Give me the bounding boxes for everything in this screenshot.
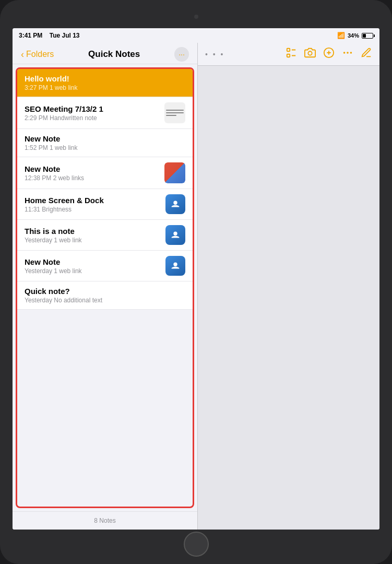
note-title-3: New Note — [25, 134, 185, 143]
note-thumbnail-4 — [164, 162, 185, 183]
wifi-icon: 📶 — [337, 32, 345, 39]
note-meta-8: Yesterday No additional text — [25, 297, 185, 304]
more-icon: ··· — [179, 50, 185, 58]
note-title-4: New Note — [25, 164, 159, 173]
note-meta-2: 2:29 PM Handwritten note — [25, 114, 159, 122]
svg-rect-5 — [287, 49, 290, 52]
notes-panel: ‹ Folders Quick Notes ··· Hello worl — [13, 43, 198, 530]
back-chevron-icon: ‹ — [21, 49, 24, 60]
back-label: Folders — [26, 50, 54, 59]
note-content-8: Quick note? Yesterday No additional text — [25, 287, 185, 304]
svg-point-1 — [173, 232, 177, 236]
thumbnail-line — [166, 110, 184, 111]
battery-percentage: 34% — [348, 32, 359, 39]
right-toolbar: • • • — [198, 43, 379, 66]
status-time: 3:41 PM — [19, 32, 42, 39]
note-meta-1: 3:27 PM 1 web link — [25, 84, 185, 91]
note-title-6: This is a note — [25, 227, 160, 236]
battery-fill — [363, 34, 366, 38]
note-content-3: New Note 1:52 PM 1 web link — [25, 134, 185, 151]
main-content: ‹ Folders Quick Notes ··· Hello worl — [13, 43, 379, 530]
note-thumbnail-2 — [164, 102, 185, 123]
status-indicators: 📶 34% — [337, 32, 373, 39]
note-item-4[interactable]: New Note 12:38 PM 2 web links — [17, 157, 193, 189]
toolbar-right — [286, 47, 372, 61]
toolbar-three-dots: • • • — [205, 50, 224, 58]
note-item-7[interactable]: New Note Yesterday 1 web link — [17, 251, 193, 281]
right-content-area — [198, 66, 379, 530]
note-title-1: Hello world! — [25, 74, 185, 83]
note-meta-5: 11:31 Brightness — [25, 206, 160, 213]
battery-icon — [362, 33, 373, 39]
note-thumbnail-5 — [165, 194, 185, 214]
notes-count: 8 Notes — [94, 517, 115, 524]
right-panel: • • • — [198, 43, 379, 530]
note-item-1[interactable]: Hello world! 3:27 PM 1 web link — [17, 69, 193, 97]
note-meta-6: Yesterday 1 web link — [25, 237, 160, 244]
ipad-screen: 3:41 PM Tue Jul 13 📶 34% — [13, 28, 379, 530]
thumbnail-lines — [166, 108, 184, 118]
notes-list: Hello world! 3:27 PM 1 web link SEO Meet… — [17, 69, 193, 507]
note-content-2: SEO Meeting 7/13/2 1 2:29 PM Handwritten… — [25, 104, 159, 122]
ipad-frame: 3:41 PM Tue Jul 13 📶 34% — [0, 0, 392, 564]
notes-list-wrapper: Hello world! 3:27 PM 1 web link SEO Meet… — [16, 67, 194, 508]
checklist-icon[interactable] — [286, 47, 297, 61]
pin-icon-2 — [170, 229, 181, 241]
svg-point-2 — [173, 263, 177, 266]
status-date: Tue Jul 13 — [50, 32, 80, 39]
camera-icon[interactable] — [304, 47, 316, 61]
home-button[interactable] — [184, 532, 209, 557]
notes-footer: 8 Notes — [13, 511, 197, 530]
thumbnail-line — [166, 112, 184, 113]
note-title-7: New Note — [25, 257, 160, 266]
front-camera — [194, 15, 198, 19]
pin-icon — [170, 198, 181, 210]
note-thumbnail-6 — [165, 225, 185, 245]
note-title-5: Home Screen & Dock — [25, 196, 160, 205]
svg-point-15 — [350, 52, 352, 54]
svg-point-9 — [308, 51, 312, 55]
note-content-4: New Note 12:38 PM 2 web links — [25, 164, 159, 182]
panel-title: Quick Notes — [88, 49, 140, 60]
status-time-date: 3:41 PM Tue Jul 13 — [19, 32, 80, 39]
pin-icon-3 — [170, 260, 181, 272]
svg-rect-7 — [287, 54, 290, 57]
note-meta-4: 12:38 PM 2 web links — [25, 174, 159, 182]
svg-point-0 — [173, 201, 177, 205]
note-content-6: This is a note Yesterday 1 web link — [25, 227, 160, 244]
compose-icon[interactable] — [361, 47, 372, 61]
svg-point-13 — [343, 52, 346, 54]
battery-indicator — [362, 33, 373, 39]
note-content-7: New Note Yesterday 1 web link — [25, 257, 160, 275]
note-item-2[interactable]: SEO Meeting 7/13/2 1 2:29 PM Handwritten… — [17, 97, 193, 129]
status-bar: 3:41 PM Tue Jul 13 📶 34% — [13, 28, 379, 43]
note-meta-7: Yesterday 1 web link — [25, 267, 160, 275]
note-item-5[interactable]: Home Screen & Dock 11:31 Brightness — [17, 189, 193, 220]
note-item-3[interactable]: New Note 1:52 PM 1 web link — [17, 129, 193, 157]
note-meta-3: 1:52 PM 1 web link — [25, 144, 185, 151]
more-icon[interactable] — [342, 47, 353, 61]
thumbnail-line — [166, 115, 176, 116]
markup-icon[interactable] — [323, 47, 335, 61]
more-button[interactable]: ··· — [174, 47, 189, 62]
note-item-8[interactable]: Quick note? Yesterday No additional text — [17, 281, 193, 310]
browser-thumbnail — [164, 162, 185, 183]
notes-header: ‹ Folders Quick Notes ··· — [13, 43, 197, 64]
back-button[interactable]: ‹ Folders — [21, 49, 54, 60]
note-title-2: SEO Meeting 7/13/2 1 — [25, 104, 159, 113]
note-thumbnail-7 — [165, 256, 185, 276]
toolbar-left: • • • — [205, 50, 224, 58]
svg-point-14 — [347, 52, 349, 54]
note-item-6[interactable]: This is a note Yesterday 1 web link — [17, 220, 193, 251]
note-content-5: Home Screen & Dock 11:31 Brightness — [25, 196, 160, 213]
note-title-8: Quick note? — [25, 287, 185, 296]
note-content-1: Hello world! 3:27 PM 1 web link — [25, 74, 185, 91]
